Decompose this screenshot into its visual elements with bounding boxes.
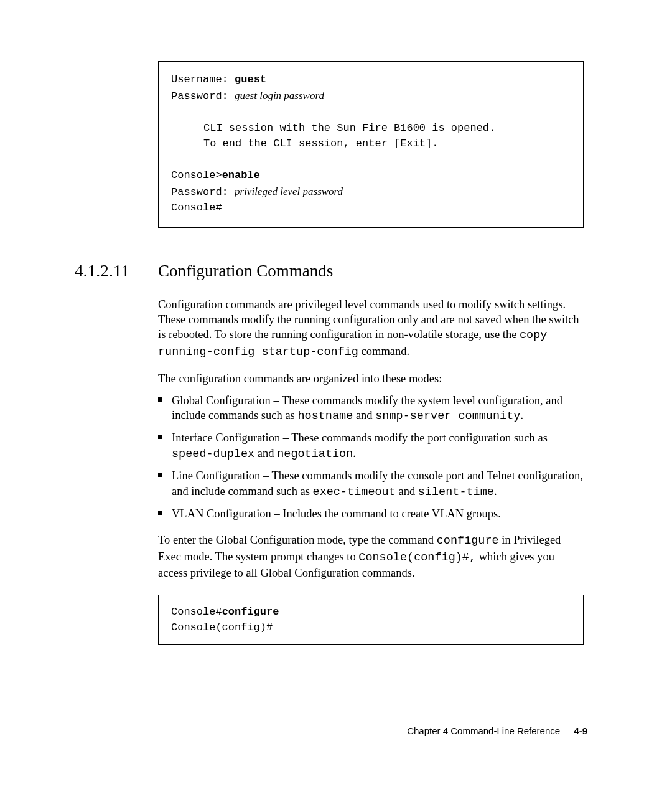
footer-page-number: 4-9 xyxy=(574,725,587,736)
paragraph: The configuration commands are organized… xyxy=(158,371,584,386)
code-text: Console(config)# xyxy=(171,620,571,636)
inline-code: exec-timeout xyxy=(313,486,396,499)
code-bold: guest xyxy=(235,73,266,85)
list-item: Line Configuration – These commands modi… xyxy=(158,468,584,500)
bullet-list: Global Configuration – These commands mo… xyxy=(158,393,584,522)
inline-code: Console(config)#, xyxy=(358,551,476,564)
bullet-icon xyxy=(158,473,162,477)
bullet-icon xyxy=(158,397,162,402)
list-item: VLAN Configuration – Includes the comman… xyxy=(158,506,584,521)
code-text: Console# xyxy=(171,200,571,216)
code-bold: configure xyxy=(222,606,279,618)
code-text: Password: xyxy=(171,90,235,102)
section-title: Configuration Commands xyxy=(158,262,333,281)
code-text: Console> xyxy=(171,169,222,181)
code-text: Password: xyxy=(171,186,235,198)
inline-code: hostname xyxy=(297,410,353,423)
inline-code: speed-duplex xyxy=(172,448,254,461)
text: and xyxy=(254,447,277,460)
code-text: CLI session with the Sun Fire B1600 is o… xyxy=(203,120,495,136)
code-bold: enable xyxy=(222,169,260,181)
code-example-configure: Console#configure Console(config)# xyxy=(158,595,584,645)
bullet-icon xyxy=(158,435,162,439)
paragraph: To enter the Global Configuration mode, … xyxy=(158,532,584,580)
page: Username: guest Password: guest login pa… xyxy=(0,0,672,645)
code-text: To end the CLI session, enter [Exit]. xyxy=(203,136,438,152)
text: . xyxy=(353,447,356,460)
bullet-icon xyxy=(158,511,162,515)
text: . xyxy=(494,485,497,498)
inline-code: silent-time xyxy=(418,486,494,499)
text: command. xyxy=(358,345,409,357)
code-italic: privileged level password xyxy=(235,186,343,197)
code-text: Console# xyxy=(171,606,222,618)
code-text: Username: xyxy=(171,73,235,85)
text: and xyxy=(396,485,418,498)
text: Configuration commands are privileged le… xyxy=(158,298,579,341)
inline-code: negotiation xyxy=(277,448,353,461)
section-number: 4.1.2.11 xyxy=(75,262,158,281)
body-content: Configuration commands are privileged le… xyxy=(158,297,584,581)
inline-code: snmp-server community xyxy=(375,410,520,423)
text: VLAN Configuration – Includes the comman… xyxy=(172,507,501,520)
text: . xyxy=(520,409,523,422)
section-heading: 4.1.2.11 Configuration Commands xyxy=(75,262,587,281)
page-footer: Chapter 4 Command-Line Reference 4-9 xyxy=(407,725,587,736)
footer-chapter: Chapter 4 Command-Line Reference xyxy=(407,725,560,736)
text: To enter the Global Configuration mode, … xyxy=(158,534,437,546)
text: Interface Configuration – These commands… xyxy=(172,432,548,444)
code-italic: guest login password xyxy=(235,90,324,101)
list-item: Interface Configuration – These commands… xyxy=(158,430,584,462)
code-example-login: Username: guest Password: guest login pa… xyxy=(158,61,584,228)
text: and xyxy=(353,409,375,422)
paragraph: Configuration commands are privileged le… xyxy=(158,297,584,361)
inline-code: configure xyxy=(437,534,499,547)
list-item: Global Configuration – These commands mo… xyxy=(158,393,584,425)
